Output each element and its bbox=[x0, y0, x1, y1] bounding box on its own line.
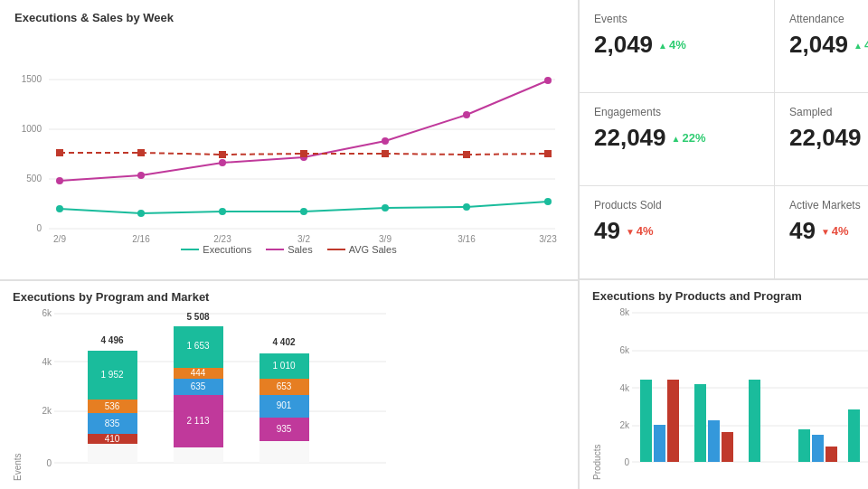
kpi-engagements-value: 22,049 22% bbox=[594, 124, 760, 152]
kpi-attendance-value: 2,049 4% bbox=[789, 31, 868, 59]
bar-left-title: Executions by Program and Market bbox=[13, 290, 565, 304]
sales-dot-5 bbox=[463, 111, 470, 118]
kpi-products-pct: 4% bbox=[637, 224, 654, 238]
rg4-b1 bbox=[798, 429, 810, 462]
legend-executions: Executions bbox=[181, 244, 251, 255]
y-6k: 6k bbox=[42, 308, 52, 318]
dashboard: Executions & Sales by Week 1500 1000 500… bbox=[0, 0, 868, 489]
x-label-6: 3/23 bbox=[539, 234, 557, 244]
kpi-products-sold: Products Sold 49 4% bbox=[579, 186, 774, 279]
bar2-teal-label: 1 653 bbox=[186, 341, 209, 351]
line-chart-title: Executions & Sales by Week bbox=[14, 11, 563, 24]
yr-2k: 2k bbox=[619, 420, 630, 430]
kpi-attendance-label: Attendance bbox=[789, 13, 868, 25]
legend-sales-line bbox=[266, 249, 284, 250]
x-label-4: 3/9 bbox=[379, 234, 392, 244]
y-0-left: 0 bbox=[46, 458, 52, 468]
y-2k: 2k bbox=[42, 406, 52, 416]
exec-dot-4 bbox=[382, 204, 389, 212]
kpi-engagements-label: Engagements bbox=[594, 106, 760, 118]
up-arrow-icon bbox=[658, 38, 667, 52]
kpi-events-label: Events bbox=[594, 13, 760, 25]
yr-4k: 4k bbox=[619, 383, 630, 393]
legend-executions-line bbox=[181, 249, 199, 250]
kpi-markets-label: Active Markets bbox=[789, 199, 868, 212]
kpi-grid: Events 2,049 4% Attendance 2,049 4% Enga… bbox=[579, 0, 868, 280]
down-arrow-icon bbox=[626, 224, 635, 238]
rg2-b2 bbox=[708, 420, 720, 462]
kpi-events-value: 2,049 4% bbox=[594, 31, 760, 59]
bar1-red-label: 410 bbox=[105, 434, 120, 444]
kpi-sampled: Sampled 22,049 22% bbox=[774, 93, 868, 186]
avg-marker-0 bbox=[56, 149, 63, 156]
exec-dot-6 bbox=[544, 198, 552, 205]
legend-sales: Sales bbox=[266, 244, 313, 255]
y-axis-label-right: Products bbox=[592, 308, 602, 480]
bar1-orange-label: 536 bbox=[105, 401, 120, 411]
x-label-5: 3/16 bbox=[458, 234, 476, 244]
kpi-attendance: Attendance 2,049 4% bbox=[774, 0, 868, 93]
bar2-blue-label: 635 bbox=[191, 381, 206, 391]
rg2-b3 bbox=[722, 432, 733, 462]
bar1-blue-label: 835 bbox=[105, 418, 120, 428]
rg5-b1 bbox=[848, 409, 860, 462]
rg1-b2 bbox=[654, 425, 665, 462]
up-arrow-icon-3 bbox=[672, 131, 681, 145]
kpi-markets-value: 49 4% bbox=[789, 217, 868, 245]
kpi-events-pct: 4% bbox=[669, 38, 686, 52]
kpi-attendance-number: 2,049 bbox=[789, 31, 848, 59]
bar-right-title: Executions by Products and Program bbox=[592, 289, 868, 303]
avg-marker-1 bbox=[137, 149, 145, 156]
x-label-0: 2/9 bbox=[53, 234, 66, 244]
exec-dot-3 bbox=[300, 208, 307, 215]
exec-dot-5 bbox=[463, 203, 470, 211]
executions-by-products-chart: Executions by Products and Program Produ… bbox=[579, 280, 868, 489]
kpi-sampled-number: 22,049 bbox=[789, 124, 862, 152]
sales-dot-4 bbox=[382, 137, 389, 145]
y-label-0: 0 bbox=[36, 223, 42, 233]
y-label-1500: 1500 bbox=[22, 74, 42, 84]
avg-marker-3 bbox=[300, 150, 307, 157]
exec-dot-0 bbox=[56, 205, 63, 212]
sales-dot-1 bbox=[137, 172, 145, 179]
sales-line bbox=[60, 80, 548, 181]
bar3-bottom bbox=[259, 441, 309, 463]
bar3-orange-label: 653 bbox=[277, 381, 292, 391]
legend-avg-sales: AVG Sales bbox=[327, 244, 397, 255]
kpi-sampled-value: 22,049 22% bbox=[789, 124, 868, 152]
executions-sales-chart: Executions & Sales by Week 1500 1000 500… bbox=[0, 0, 579, 280]
legend-avg-label: AVG Sales bbox=[349, 244, 397, 255]
bar1-bottom bbox=[88, 444, 137, 463]
rg4-b2 bbox=[812, 435, 824, 462]
kpi-engagements-change: 22% bbox=[672, 131, 706, 145]
legend-avg-line bbox=[327, 249, 345, 250]
down-arrow-icon-2 bbox=[821, 224, 830, 238]
yr-8k: 8k bbox=[619, 307, 630, 317]
y-4k: 4k bbox=[42, 357, 52, 367]
kpi-active-markets: Active Markets 49 4% bbox=[774, 186, 868, 279]
kpi-events-change: 4% bbox=[658, 38, 686, 52]
up-arrow-icon-2 bbox=[854, 38, 863, 52]
rg4-b3 bbox=[826, 447, 837, 462]
kpi-engagements: Engagements 22,049 22% bbox=[579, 93, 774, 186]
x-label-2: 2/23 bbox=[213, 234, 231, 244]
exec-dot-1 bbox=[137, 210, 145, 217]
kpi-products-label: Products Sold bbox=[594, 199, 760, 212]
bar2-magenta-label: 2 113 bbox=[186, 416, 209, 426]
avg-marker-6 bbox=[544, 150, 552, 157]
rg1-b3 bbox=[667, 380, 679, 462]
kpi-engagements-pct: 22% bbox=[682, 131, 705, 145]
exec-dot-2 bbox=[219, 208, 226, 215]
bar1-total: 4 496 bbox=[100, 335, 123, 345]
rg2-b1 bbox=[694, 384, 706, 462]
kpi-markets-change: 4% bbox=[821, 224, 849, 238]
bar2-bottom bbox=[174, 447, 223, 463]
yr-6k: 6k bbox=[619, 345, 630, 355]
kpi-products-change: 4% bbox=[626, 224, 654, 238]
bar2-orange-label: 444 bbox=[191, 368, 206, 378]
bar3-magenta-label: 935 bbox=[277, 424, 292, 434]
executions-by-program-chart: Executions by Program and Market Events … bbox=[0, 280, 579, 489]
kpi-products-number: 49 bbox=[594, 217, 620, 245]
kpi-products-value: 49 4% bbox=[594, 217, 760, 245]
x-label-3: 3/2 bbox=[297, 234, 310, 244]
